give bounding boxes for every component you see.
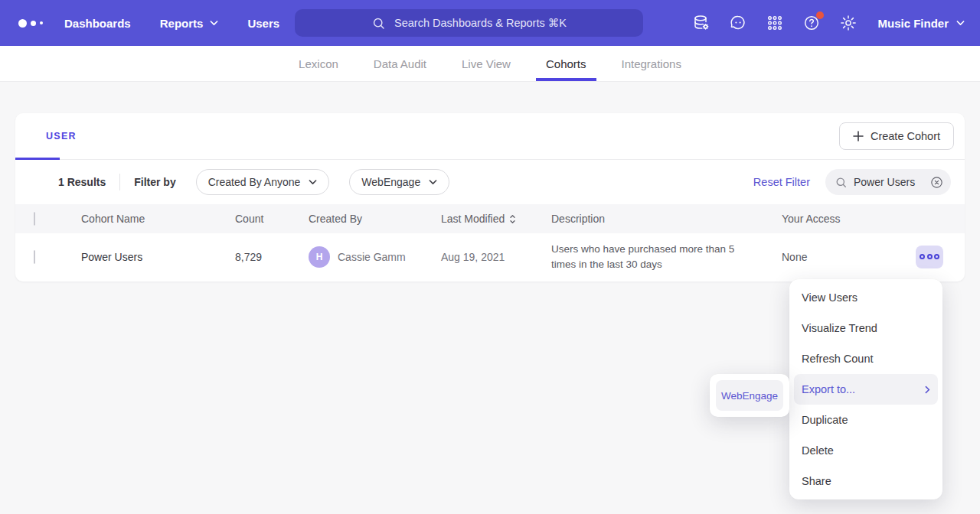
menu-item-export-to[interactable]: Export to... — [794, 374, 938, 405]
created-by-name: Cassie Gamm — [338, 251, 406, 263]
settings-icon[interactable] — [839, 14, 858, 32]
created-by-filter-dropdown[interactable]: Created By Anyone — [196, 169, 330, 195]
filter-by-label: Filter by — [134, 176, 175, 188]
tab-live-view[interactable]: Live View — [447, 46, 525, 81]
column-header-your-access[interactable]: Your Access — [782, 213, 916, 225]
top-navbar: Dashboards Reports Users Search Dashboar… — [0, 0, 980, 46]
avatar: H — [309, 246, 330, 268]
reset-filter-link[interactable]: Reset Filter — [753, 176, 810, 188]
primary-nav: Dashboards Reports Users — [64, 17, 279, 30]
apps-grid-icon[interactable] — [766, 14, 784, 32]
mixpanel-logo[interactable] — [18, 19, 43, 28]
workspace-name: Music Finder — [877, 17, 949, 30]
count-cell: 8,729 — [235, 251, 309, 263]
menu-item-delete[interactable]: Delete — [789, 435, 942, 466]
description-cell: Users who have purchased more than 5 tim… — [551, 242, 782, 272]
plus-icon — [853, 131, 864, 142]
nav-item-label: Reports — [160, 17, 204, 30]
column-header-last-modified[interactable]: Last Modified — [441, 213, 551, 225]
row-checkbox[interactable] — [34, 250, 35, 264]
nav-item-dashboards[interactable]: Dashboards — [64, 17, 131, 30]
nav-item-users[interactable]: Users — [247, 17, 279, 30]
global-search-placeholder: Search Dashboards & Reports ⌘K — [394, 17, 567, 29]
select-all-checkbox[interactable] — [34, 212, 35, 226]
row-actions-menu-button[interactable] — [916, 246, 943, 268]
help-icon[interactable] — [802, 14, 821, 32]
cohort-name-cell: Power Users — [81, 251, 235, 263]
navbar-right-tools: Music Finder — [692, 0, 965, 46]
menu-item-view-users[interactable]: View Users — [789, 282, 942, 313]
header-select-cell — [15, 213, 81, 225]
create-cohort-button[interactable]: Create Cohort — [839, 122, 954, 150]
clear-search-icon[interactable] — [929, 175, 944, 190]
menu-item-duplicate[interactable]: Duplicate — [789, 405, 942, 435]
chevron-down-icon — [210, 20, 218, 26]
chevron-down-icon — [429, 179, 437, 185]
column-header-cohort-name[interactable]: Cohort Name — [81, 213, 235, 225]
tab-integrations[interactable]: Integrations — [607, 46, 696, 81]
workspace-switcher[interactable]: Music Finder — [877, 17, 965, 30]
active-tab-underline — [15, 158, 60, 160]
menu-item-share[interactable]: Share — [789, 466, 942, 496]
tab-data-audit[interactable]: Data Audit — [359, 46, 441, 81]
cohort-search-box — [825, 169, 951, 195]
sort-icon — [509, 214, 516, 224]
webengage-filter-value: WebEngage — [361, 176, 420, 188]
results-count: 1 Results — [58, 176, 106, 188]
table-header-row: Cohort Name Count Created By Last Modifi… — [15, 204, 965, 233]
submenu-item-webengage[interactable]: WebEngage — [716, 380, 783, 411]
filter-bar: 1 Results Filter by Created By Anyone We… — [15, 160, 965, 204]
column-header-description[interactable]: Description — [551, 213, 782, 225]
divider — [119, 174, 120, 190]
column-header-created-by[interactable]: Created By — [309, 213, 441, 225]
cohort-search-input[interactable] — [854, 176, 923, 188]
access-cell: None — [782, 251, 916, 263]
menu-item-visualize-trend[interactable]: Visualize Trend — [789, 313, 942, 343]
nav-item-label: Dashboards — [64, 17, 131, 30]
webengage-filter-dropdown[interactable]: WebEngage — [349, 169, 449, 195]
create-cohort-label: Create Cohort — [871, 130, 940, 142]
column-header-count[interactable]: Count — [235, 213, 309, 225]
row-actions-cell — [916, 246, 965, 268]
card-header: USER Create Cohort — [15, 113, 965, 160]
chevron-right-icon — [925, 386, 930, 394]
last-modified-cell: Aug 19, 2021 — [441, 251, 551, 263]
row-select-cell — [15, 251, 81, 263]
created-by-filter-value: Created By Anyone — [208, 176, 301, 188]
tab-user[interactable]: USER — [46, 131, 77, 142]
export-to-submenu: WebEngage — [710, 374, 789, 417]
search-icon — [371, 16, 386, 31]
row-actions-context-menu: View Users Visualize Trend Refresh Count… — [789, 279, 942, 499]
tab-cohorts[interactable]: Cohorts — [531, 46, 601, 81]
nav-item-label: Users — [247, 17, 279, 30]
chevron-down-icon — [309, 179, 317, 185]
table-row[interactable]: Power Users 8,729 H Cassie Gamm Aug 19, … — [15, 233, 965, 280]
nav-item-reports[interactable]: Reports — [160, 17, 219, 30]
global-search-bar[interactable]: Search Dashboards & Reports ⌘K — [295, 9, 643, 37]
menu-item-label: Export to... — [802, 383, 855, 395]
search-icon — [835, 176, 848, 189]
data-settings-icon[interactable] — [692, 14, 710, 32]
created-by-cell: H Cassie Gamm — [309, 246, 441, 268]
tab-lexicon[interactable]: Lexicon — [284, 46, 353, 81]
cohorts-card: USER Create Cohort 1 Results Filter by C… — [15, 113, 965, 281]
section-tabbar: Lexicon Data Audit Live View Cohorts Int… — [0, 46, 980, 82]
chat-icon[interactable] — [729, 14, 747, 32]
chevron-down-icon — [956, 20, 965, 26]
menu-item-refresh-count[interactable]: Refresh Count — [789, 343, 942, 374]
column-header-label: Last Modified — [441, 213, 505, 225]
notification-badge — [816, 11, 824, 19]
